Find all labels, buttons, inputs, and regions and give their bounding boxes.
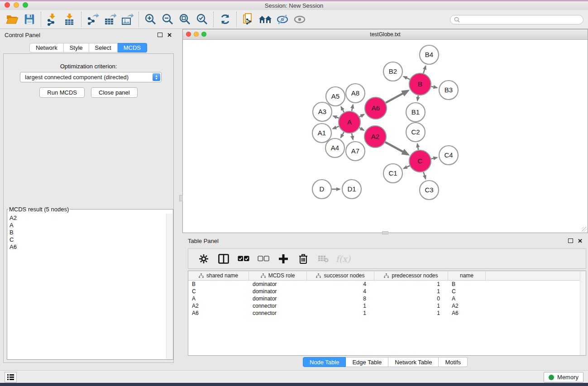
float-table-panel-icon[interactable] [568, 238, 573, 243]
close-panel-button[interactable]: Close panel [91, 87, 138, 98]
graph-edge-B-B1[interactable] [417, 95, 418, 100]
vertical-splitter-handle[interactable] [179, 195, 183, 201]
result-scrollbar[interactable] [166, 214, 172, 359]
mcds-result-list[interactable]: A2ABCA6 [8, 214, 166, 359]
graph-edge-A-A6[interactable] [359, 114, 364, 117]
close-window-button[interactable] [5, 2, 10, 8]
mcds-result-item[interactable]: A2 [10, 214, 166, 222]
graph-node-B[interactable]: B [409, 73, 431, 95]
minimize-window-button[interactable] [14, 2, 19, 8]
tab-style[interactable]: Style [64, 43, 89, 52]
run-mcds-button[interactable]: Run MCDS [39, 87, 85, 98]
import-table-icon[interactable] [61, 11, 78, 28]
export-image-icon[interactable] [119, 11, 136, 28]
deselect-all-checkboxes-icon[interactable] [255, 251, 272, 267]
graph-node-D[interactable]: D [312, 180, 331, 199]
zoom-window-button[interactable] [23, 2, 28, 8]
graph-node-A2[interactable]: A2 [364, 126, 386, 148]
close-network-window-button[interactable] [186, 32, 191, 37]
column-header-successor-nodes[interactable]: successor nodes [307, 271, 374, 280]
new-network-from-file-icon[interactable] [239, 11, 257, 28]
graph-edge-C-C3[interactable] [423, 172, 425, 179]
graph-edge-B-B4[interactable] [423, 66, 425, 73]
zoom-in-icon[interactable] [142, 11, 159, 28]
graph-node-D1[interactable]: D1 [342, 180, 361, 199]
graph-edge-A-A2[interactable] [359, 128, 364, 130]
graph-edge-A6-B[interactable] [386, 91, 408, 103]
minimize-network-window-button[interactable] [194, 32, 199, 37]
zoom-out-icon[interactable] [159, 11, 176, 28]
graph-node-A5[interactable]: A5 [326, 87, 345, 106]
show-all-eye-icon[interactable] [291, 11, 308, 28]
tab-select[interactable]: Select [89, 43, 118, 52]
graph-node-B3[interactable]: B3 [439, 81, 458, 100]
network-canvas[interactable]: B4B2BB3A8A5A6A3B1AC2A1A2A4A7C4CC1DD1C3 [183, 40, 588, 233]
float-panel-icon[interactable] [158, 33, 163, 37]
graph-edge-A2-C[interactable] [385, 142, 408, 155]
graph-node-A6[interactable]: A6 [365, 97, 387, 119]
graph-node-C3[interactable]: C3 [420, 181, 439, 200]
graph-node-C2[interactable]: C2 [406, 123, 425, 142]
graph-node-B4[interactable]: B4 [420, 45, 439, 64]
zoom-selected-icon[interactable] [193, 11, 210, 28]
open-session-icon[interactable] [4, 11, 21, 28]
graph-node-C4[interactable]: C4 [439, 146, 458, 165]
graph-edge-B-B3[interactable] [431, 86, 437, 88]
mcds-result-item[interactable]: B [10, 229, 166, 236]
table-row[interactable]: Cdominator41C [188, 288, 586, 295]
close-table-panel-icon[interactable]: ✕ [578, 238, 583, 244]
horizontal-splitter-handle[interactable] [382, 231, 388, 234]
table-scrollbar[interactable] [580, 271, 586, 355]
tab-network[interactable]: Network [29, 43, 64, 52]
mcds-result-item[interactable]: A [10, 222, 166, 229]
graph-edge-C-C2[interactable] [417, 144, 418, 150]
graph-node-C[interactable]: C [409, 150, 431, 172]
tab-mcds[interactable]: MCDS [118, 43, 147, 52]
graph-node-A4[interactable]: A4 [325, 138, 344, 157]
export-table-icon[interactable] [101, 11, 119, 28]
graph-node-B1[interactable]: B1 [406, 103, 425, 122]
select-all-checkboxes-icon[interactable] [235, 251, 252, 267]
tab-network-table[interactable]: Network Table [388, 357, 439, 367]
column-header-shared-name[interactable]: shared name [188, 271, 249, 280]
graph-edge-A-A8[interactable] [352, 105, 353, 111]
node-table[interactable]: shared nameMCDS rolesuccessor nodesprede… [188, 271, 586, 356]
tab-motifs[interactable]: Motifs [439, 357, 468, 367]
table-row[interactable]: A2connector11A2 [188, 302, 586, 310]
resize-grip[interactable] [582, 227, 587, 232]
search-box[interactable] [450, 15, 583, 24]
tab-edge-table[interactable]: Edge Table [346, 357, 388, 367]
table-row[interactable]: Bdominator41B [188, 281, 586, 288]
import-network-icon[interactable] [44, 11, 61, 28]
graph-edge-A-A7[interactable] [352, 133, 353, 139]
criterion-dropdown[interactable]: largest connected component (directed) ▲… [20, 72, 162, 82]
mcds-result-item[interactable]: A6 [10, 243, 166, 251]
graph-edge-B-B2[interactable] [404, 76, 410, 79]
zoom-fit-icon[interactable] [176, 11, 193, 28]
graph-edge-A-A5[interactable] [341, 107, 344, 112]
memory-button[interactable]: Memory [544, 372, 583, 382]
graph-node-A8[interactable]: A8 [346, 84, 365, 103]
hide-selected-eye-slash-icon[interactable] [274, 11, 291, 28]
column-header-name[interactable]: name [448, 271, 486, 280]
close-panel-icon[interactable]: ✕ [167, 32, 172, 38]
graph-node-A[interactable]: A [339, 111, 360, 133]
show-columns-icon[interactable] [215, 251, 232, 267]
tab-node-table[interactable]: Node Table [303, 357, 346, 367]
graph-edge-A-A1[interactable] [333, 126, 339, 129]
graph-edge-A-A3[interactable] [334, 116, 339, 118]
delete-columns-trash-icon[interactable] [295, 251, 311, 267]
graph-node-B2[interactable]: B2 [383, 62, 402, 81]
graph-node-A1[interactable]: A1 [312, 124, 331, 143]
houses-icon[interactable] [257, 11, 274, 28]
graph-node-A3[interactable]: A3 [313, 102, 332, 121]
save-session-icon[interactable] [21, 11, 38, 28]
table-settings-gear-icon[interactable] [196, 251, 212, 267]
graph-edge-A-A4[interactable] [341, 132, 344, 138]
refresh-icon[interactable] [216, 11, 234, 28]
add-column-plus-icon[interactable] [275, 251, 292, 267]
table-row[interactable]: Adominator80A [188, 295, 586, 302]
zoom-network-window-button[interactable] [201, 32, 206, 37]
graph-edge-C-C4[interactable] [431, 157, 437, 159]
export-network-icon[interactable] [84, 11, 101, 28]
